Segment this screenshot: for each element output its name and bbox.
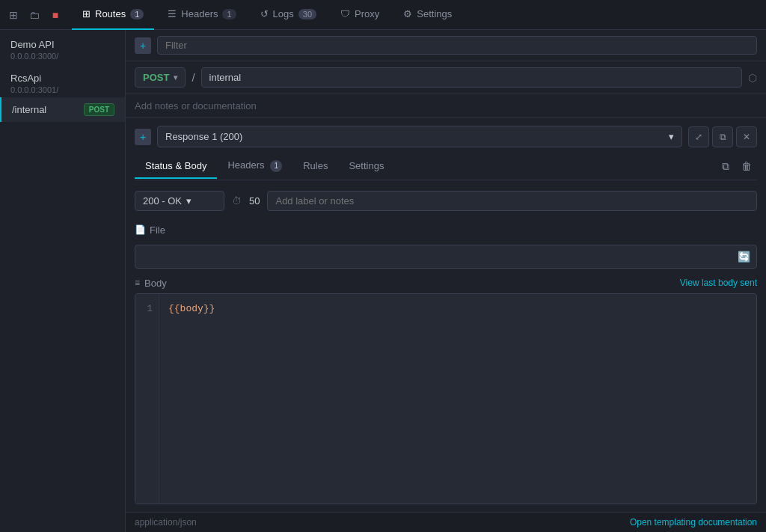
copy-tab-action[interactable]: ⧉: [715, 156, 736, 177]
tab-settings[interactable]: Settings: [338, 154, 394, 179]
close-response-button[interactable]: ✕: [736, 126, 757, 147]
clock-icon: ⏱: [232, 195, 242, 207]
status-chevron-icon: ▾: [186, 195, 192, 207]
tab-headers[interactable]: Headers 1: [217, 153, 292, 180]
tab-settings-label: Settings: [349, 160, 384, 171]
notes-bar[interactable]: Add notes or documentation: [126, 94, 766, 118]
status-code-label: 200 - OK: [143, 195, 182, 207]
main-layout: Demo API 0.0.0.0:3000/ RcsApi 0.0.0.0:30…: [0, 30, 766, 532]
body-menu-icon: ≡: [135, 278, 140, 288]
file-label-text: File: [150, 224, 165, 236]
response-tabs-row: Status & Body Headers 1 Rules Settings ⧉: [135, 153, 757, 180]
body-section: ≡ Body View last body sent 1 {{body}}: [135, 275, 757, 505]
tab-routes-label: Routes: [95, 8, 126, 19]
copy-icon: ⧉: [722, 160, 729, 173]
code-editor: 1 {{body}}: [135, 293, 757, 505]
copy-icon: ⧉: [720, 132, 726, 142]
file-label: 📄 File: [135, 224, 165, 236]
response-dropdown[interactable]: Response 1 (200) ▾: [157, 126, 682, 147]
file-input-row[interactable]: 🔄: [135, 245, 757, 269]
proxy-icon: 🛡: [340, 8, 350, 19]
tab-status-body[interactable]: Status & Body: [135, 154, 217, 179]
external-link-icon[interactable]: ⬡: [748, 72, 757, 84]
tab-rules[interactable]: Rules: [292, 154, 338, 179]
delete-tab-action[interactable]: 🗑: [736, 156, 757, 177]
routes-icon: ⊞: [82, 8, 91, 19]
tab-headers-label: Headers: [227, 159, 264, 171]
tab-proxy-label: Proxy: [355, 8, 379, 19]
url-path-input[interactable]: [201, 67, 742, 88]
content-area: + POST ▾ / ⬡ Add notes or documentation …: [126, 30, 766, 532]
sidebar-rcs-api[interactable]: RcsApi 0.0.0.0:3001/: [0, 64, 125, 97]
file-section: 📄 File: [135, 221, 757, 239]
tab-headers-label: Headers: [181, 8, 218, 19]
file-action-icon[interactable]: 🔄: [738, 251, 750, 263]
filter-input[interactable]: [157, 36, 757, 55]
stop-icon[interactable]: ■: [48, 7, 63, 22]
tab-settings-label: Settings: [417, 8, 452, 19]
route-method-badge: POST: [84, 103, 114, 116]
tab-proxy[interactable]: 🛡 Proxy: [330, 0, 390, 30]
headers-icon: ☰: [168, 8, 177, 19]
headers-badge: 1: [222, 9, 236, 19]
label-notes-input[interactable]: [267, 191, 757, 211]
status-row: 200 - OK ▾ ⏱ 50: [135, 186, 757, 215]
method-dropdown[interactable]: POST ▾: [135, 67, 186, 88]
settings-icon: ⚙: [403, 8, 412, 19]
routes-badge: 1: [130, 9, 144, 19]
route-path: /internal: [12, 104, 84, 115]
rcs-api-name: RcsApi: [10, 73, 114, 84]
body-label: ≡ Body: [135, 278, 167, 289]
tab-settings[interactable]: ⚙ Settings: [393, 0, 462, 30]
status-code-dropdown[interactable]: 200 - OK ▾: [135, 191, 224, 211]
route-item-internal[interactable]: /internal POST: [0, 97, 125, 122]
tab-logs-label: Logs: [273, 8, 294, 19]
url-slash: /: [192, 71, 194, 84]
body-header: ≡ Body View last body sent: [135, 275, 757, 293]
delay-value: 50: [249, 195, 260, 207]
tab-routes[interactable]: ⊞ Routes 1: [72, 0, 154, 30]
headers-tab-badge: 1: [270, 160, 282, 172]
notes-placeholder: Add notes or documentation: [135, 100, 257, 111]
top-nav: ⊞ 🗀 ■ ⊞ Routes 1 ☰ Headers 1 ↺ Logs 30 🛡…: [0, 0, 766, 30]
url-bar: POST ▾ / ⬡: [126, 61, 766, 94]
response-selector-row: + Response 1 (200) ▾ ⤢ ⧉ ✕: [135, 126, 757, 147]
line-numbers: 1: [135, 294, 159, 504]
sidebar-demo-api[interactable]: Demo API 0.0.0.0:3000/: [0, 30, 125, 64]
copy-response-button[interactable]: ⧉: [712, 126, 733, 147]
view-last-body-link[interactable]: View last body sent: [680, 278, 757, 288]
logs-icon: ↺: [260, 8, 269, 19]
content-type-label: application/json: [135, 517, 197, 528]
close-icon: ✕: [743, 132, 750, 142]
response-section: + Response 1 (200) ▾ ⤢ ⧉ ✕: [126, 118, 766, 512]
method-label: POST: [143, 72, 169, 83]
add-route-button[interactable]: +: [135, 37, 151, 54]
body-label-text: Body: [144, 278, 167, 289]
route-header-bar: +: [126, 30, 766, 61]
trash-icon: 🗑: [741, 160, 752, 172]
folder-icon[interactable]: 🗀: [27, 7, 42, 22]
tab-status-body-label: Status & Body: [145, 160, 206, 171]
expand-response-button[interactable]: ⤢: [688, 126, 709, 147]
tab-headers[interactable]: ☰ Headers 1: [157, 0, 246, 30]
footer-bar: application/json Open templating documen…: [126, 512, 766, 532]
sidebar: Demo API 0.0.0.0:3000/ RcsApi 0.0.0.0:30…: [0, 30, 126, 532]
demo-api-name: Demo API: [10, 39, 114, 50]
line-number-1: 1: [141, 302, 153, 317]
expand-icon: ⤢: [695, 132, 702, 142]
grid-icon[interactable]: ⊞: [6, 7, 21, 22]
response-chevron-icon: ▾: [669, 131, 674, 142]
file-icon: 📄: [135, 224, 146, 235]
rcs-api-address: 0.0.0.0:3001/: [10, 85, 114, 94]
response-actions: ⤢ ⧉ ✕: [688, 126, 757, 147]
tab-logs[interactable]: ↺ Logs 30: [250, 0, 327, 30]
demo-api-address: 0.0.0.0:3000/: [10, 52, 114, 61]
body-code-input[interactable]: {{body}}: [159, 294, 756, 504]
open-templating-docs-link[interactable]: Open templating documentation: [630, 517, 757, 528]
tab-rules-label: Rules: [303, 160, 328, 171]
window-controls: ⊞ 🗀 ■: [6, 7, 63, 22]
method-chevron-icon: ▾: [174, 73, 177, 82]
add-response-button[interactable]: +: [135, 129, 151, 145]
response-selected-label: Response 1 (200): [165, 131, 242, 142]
logs-badge: 30: [298, 9, 316, 19]
